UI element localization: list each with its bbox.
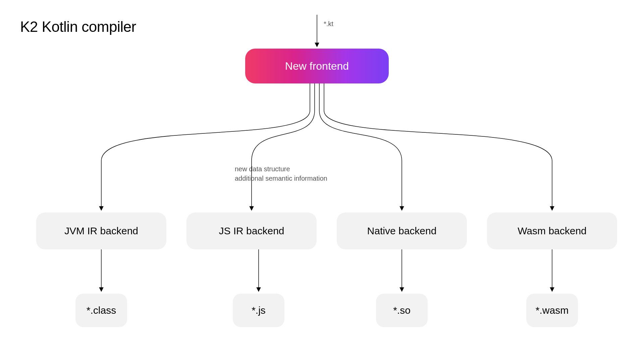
backend-label: JS IR backend [219, 225, 284, 237]
frontend-node: New frontend [245, 49, 389, 83]
backend-node-jvm: JVM IR backend [36, 213, 166, 249]
edge-annotation: new data structure additional semantic i… [235, 164, 327, 183]
edge-annotation-line2: additional semantic information [235, 174, 327, 183]
output-label: *.class [87, 305, 116, 316]
output-node-wasm: *.wasm [526, 294, 578, 327]
input-file-label: *.kt [324, 20, 333, 28]
backend-label: Native backend [367, 225, 437, 237]
backend-node-native: Native backend [337, 213, 467, 249]
output-node-js: *.js [233, 294, 284, 327]
output-label: *.js [252, 305, 266, 316]
output-node-jvm: *.class [75, 294, 127, 327]
backend-node-js: JS IR backend [186, 213, 317, 249]
backend-node-wasm: Wasm backend [487, 213, 617, 249]
output-node-native: *.so [376, 294, 428, 327]
diagram-canvas: K2 Kotlin compiler *.kt New frontend new… [0, 0, 644, 362]
frontend-label: New frontend [285, 60, 349, 72]
diagram-title: K2 Kotlin compiler [20, 18, 136, 35]
backend-label: JVM IR backend [64, 225, 138, 237]
backend-label: Wasm backend [518, 225, 587, 237]
output-label: *.wasm [536, 305, 569, 316]
edge-annotation-line1: new data structure [235, 164, 327, 174]
output-label: *.so [393, 305, 411, 316]
